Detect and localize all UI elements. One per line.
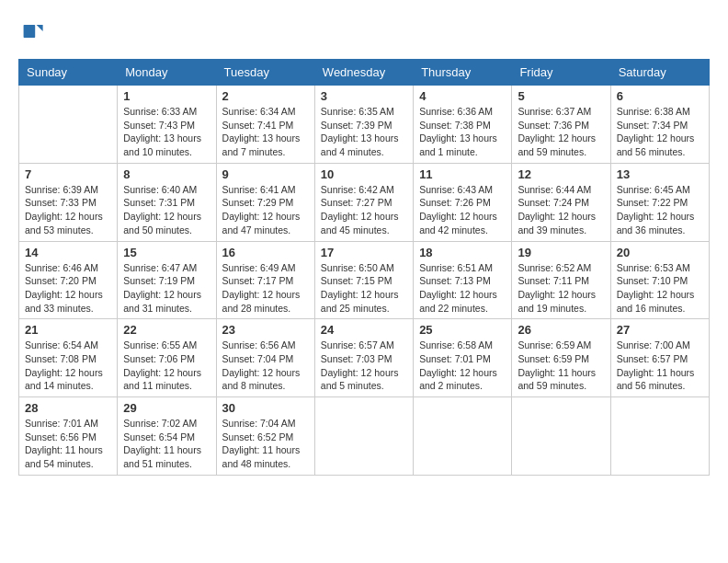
day-info: Sunrise: 6:52 AMSunset: 7:11 PMDaylight:… — [518, 261, 604, 316]
day-number: 13 — [617, 167, 703, 181]
day-info: Sunrise: 7:00 AMSunset: 6:57 PMDaylight:… — [617, 339, 703, 393]
day-number: 19 — [518, 246, 604, 259]
calendar-cell: 29Sunrise: 7:02 AMSunset: 6:54 PMDayligh… — [118, 397, 216, 476]
calendar-cell: 19Sunrise: 6:52 AMSunset: 7:11 PMDayligh… — [512, 241, 610, 319]
day-info: Sunrise: 6:38 AMSunset: 7:34 PMDaylight:… — [617, 105, 703, 159]
calendar-cell: 17Sunrise: 6:50 AMSunset: 7:15 PMDayligh… — [314, 241, 413, 319]
calendar-cell: 11Sunrise: 6:43 AMSunset: 7:26 PMDayligh… — [414, 163, 512, 241]
day-number: 21 — [25, 323, 111, 337]
col-header-thursday: Thursday — [414, 60, 512, 86]
calendar-cell: 15Sunrise: 6:47 AMSunset: 7:19 PMDayligh… — [118, 241, 216, 319]
day-number: 30 — [222, 401, 309, 415]
page-header — [18, 18, 710, 44]
day-info: Sunrise: 6:47 AMSunset: 7:19 PMDaylight:… — [123, 261, 210, 316]
calendar-cell: 16Sunrise: 6:49 AMSunset: 7:17 PMDayligh… — [216, 241, 314, 319]
day-number: 9 — [222, 167, 309, 181]
day-number: 20 — [617, 246, 703, 259]
calendar-cell: 30Sunrise: 7:04 AMSunset: 6:52 PMDayligh… — [216, 397, 314, 476]
day-info: Sunrise: 6:36 AMSunset: 7:38 PMDaylight:… — [419, 105, 506, 159]
day-info: Sunrise: 6:58 AMSunset: 7:01 PMDaylight:… — [419, 339, 506, 393]
day-number: 14 — [25, 246, 111, 259]
week-row-2: 7Sunrise: 6:39 AMSunset: 7:33 PMDaylight… — [19, 163, 710, 241]
day-number: 17 — [321, 246, 407, 259]
day-number: 8 — [123, 167, 210, 181]
day-number: 3 — [321, 89, 407, 103]
day-info: Sunrise: 6:50 AMSunset: 7:15 PMDaylight:… — [321, 261, 407, 316]
col-header-tuesday: Tuesday — [216, 60, 314, 86]
day-number: 22 — [123, 323, 210, 337]
day-number: 6 — [617, 89, 703, 103]
day-info: Sunrise: 6:59 AMSunset: 6:59 PMDaylight:… — [518, 339, 604, 393]
day-info: Sunrise: 6:40 AMSunset: 7:31 PMDaylight:… — [123, 183, 210, 237]
svg-rect-1 — [24, 25, 36, 38]
day-info: Sunrise: 6:33 AMSunset: 7:43 PMDaylight:… — [123, 105, 210, 159]
day-info: Sunrise: 6:34 AMSunset: 7:41 PMDaylight:… — [222, 105, 309, 159]
calendar-cell: 4Sunrise: 6:36 AMSunset: 7:38 PMDaylight… — [414, 86, 512, 164]
day-number: 7 — [25, 167, 111, 181]
day-info: Sunrise: 7:02 AMSunset: 6:54 PMDaylight:… — [123, 417, 210, 471]
day-number: 28 — [25, 401, 111, 415]
day-info: Sunrise: 6:46 AMSunset: 7:20 PMDaylight:… — [25, 261, 111, 316]
header-row: SundayMondayTuesdayWednesdayThursdayFrid… — [19, 60, 710, 86]
day-number: 18 — [419, 246, 506, 259]
day-info: Sunrise: 7:01 AMSunset: 6:56 PMDaylight:… — [25, 417, 111, 471]
calendar-cell: 22Sunrise: 6:55 AMSunset: 7:06 PMDayligh… — [118, 319, 216, 397]
day-info: Sunrise: 6:44 AMSunset: 7:24 PMDaylight:… — [518, 183, 604, 237]
calendar-cell: 23Sunrise: 6:56 AMSunset: 7:04 PMDayligh… — [216, 319, 314, 397]
day-info: Sunrise: 6:54 AMSunset: 7:08 PMDaylight:… — [25, 339, 111, 393]
day-info: Sunrise: 7:04 AMSunset: 6:52 PMDaylight:… — [222, 417, 309, 471]
calendar-cell — [610, 397, 709, 476]
day-info: Sunrise: 6:53 AMSunset: 7:10 PMDaylight:… — [617, 261, 703, 316]
day-number: 5 — [518, 89, 604, 103]
calendar-cell — [512, 397, 610, 476]
calendar-cell: 5Sunrise: 6:37 AMSunset: 7:36 PMDaylight… — [512, 86, 610, 164]
calendar-cell: 7Sunrise: 6:39 AMSunset: 7:33 PMDaylight… — [19, 163, 118, 241]
calendar-cell: 27Sunrise: 7:00 AMSunset: 6:57 PMDayligh… — [610, 319, 709, 397]
day-number: 23 — [222, 323, 309, 337]
day-number: 27 — [617, 323, 703, 337]
calendar-cell: 3Sunrise: 6:35 AMSunset: 7:39 PMDaylight… — [314, 86, 413, 164]
day-number: 12 — [518, 167, 604, 181]
day-number: 2 — [222, 89, 309, 103]
calendar-cell: 18Sunrise: 6:51 AMSunset: 7:13 PMDayligh… — [414, 241, 512, 319]
day-number: 10 — [321, 167, 407, 181]
day-info: Sunrise: 6:42 AMSunset: 7:27 PMDaylight:… — [321, 183, 407, 237]
day-info: Sunrise: 6:41 AMSunset: 7:29 PMDaylight:… — [222, 183, 309, 237]
calendar-cell: 13Sunrise: 6:45 AMSunset: 7:22 PMDayligh… — [610, 163, 709, 241]
day-info: Sunrise: 6:39 AMSunset: 7:33 PMDaylight:… — [25, 183, 111, 237]
svg-marker-0 — [37, 25, 43, 31]
calendar-cell: 9Sunrise: 6:41 AMSunset: 7:29 PMDaylight… — [216, 163, 314, 241]
day-number: 16 — [222, 246, 309, 259]
logo-icon — [18, 18, 44, 44]
day-info: Sunrise: 6:56 AMSunset: 7:04 PMDaylight:… — [222, 339, 309, 393]
calendar-cell: 6Sunrise: 6:38 AMSunset: 7:34 PMDaylight… — [610, 86, 709, 164]
calendar-cell: 21Sunrise: 6:54 AMSunset: 7:08 PMDayligh… — [19, 319, 118, 397]
calendar-cell: 10Sunrise: 6:42 AMSunset: 7:27 PMDayligh… — [314, 163, 413, 241]
col-header-sunday: Sunday — [19, 60, 118, 86]
calendar-table: SundayMondayTuesdayWednesdayThursdayFrid… — [18, 59, 710, 476]
calendar-cell: 26Sunrise: 6:59 AMSunset: 6:59 PMDayligh… — [512, 319, 610, 397]
logo — [18, 18, 48, 44]
day-number: 26 — [518, 323, 604, 337]
day-info: Sunrise: 6:45 AMSunset: 7:22 PMDaylight:… — [617, 183, 703, 237]
calendar-cell: 28Sunrise: 7:01 AMSunset: 6:56 PMDayligh… — [19, 397, 118, 476]
calendar-cell: 1Sunrise: 6:33 AMSunset: 7:43 PMDaylight… — [118, 86, 216, 164]
week-row-1: 1Sunrise: 6:33 AMSunset: 7:43 PMDaylight… — [19, 86, 710, 164]
week-row-3: 14Sunrise: 6:46 AMSunset: 7:20 PMDayligh… — [19, 241, 710, 319]
day-number: 29 — [123, 401, 210, 415]
calendar-cell: 8Sunrise: 6:40 AMSunset: 7:31 PMDaylight… — [118, 163, 216, 241]
day-number: 4 — [419, 89, 506, 103]
day-number: 15 — [123, 246, 210, 259]
calendar-cell: 12Sunrise: 6:44 AMSunset: 7:24 PMDayligh… — [512, 163, 610, 241]
col-header-monday: Monday — [118, 60, 216, 86]
calendar-cell — [414, 397, 512, 476]
col-header-saturday: Saturday — [610, 60, 709, 86]
day-info: Sunrise: 6:37 AMSunset: 7:36 PMDaylight:… — [518, 105, 604, 159]
calendar-cell: 2Sunrise: 6:34 AMSunset: 7:41 PMDaylight… — [216, 86, 314, 164]
day-info: Sunrise: 6:51 AMSunset: 7:13 PMDaylight:… — [419, 261, 506, 316]
calendar-cell — [314, 397, 413, 476]
week-row-5: 28Sunrise: 7:01 AMSunset: 6:56 PMDayligh… — [19, 397, 710, 476]
calendar-cell: 20Sunrise: 6:53 AMSunset: 7:10 PMDayligh… — [610, 241, 709, 319]
day-info: Sunrise: 6:35 AMSunset: 7:39 PMDaylight:… — [321, 105, 407, 159]
day-number: 25 — [419, 323, 506, 337]
